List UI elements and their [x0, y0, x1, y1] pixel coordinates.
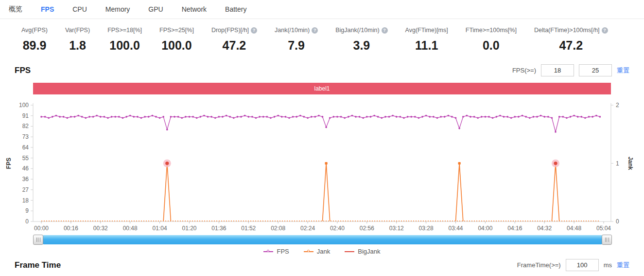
- svg-text:1: 1: [616, 160, 619, 167]
- svg-text:9: 9: [25, 207, 29, 214]
- stat-label: Avg(FPS): [21, 27, 48, 34]
- help-icon[interactable]: ?: [312, 27, 318, 34]
- svg-text:55: 55: [22, 155, 29, 162]
- frametime-unit: ms: [604, 261, 612, 269]
- svg-text:100: 100: [19, 102, 29, 109]
- stat: FTime>=100ms[%]0.0: [466, 27, 517, 53]
- legend-item-fps[interactable]: FPS: [263, 248, 289, 255]
- legend-item-jank[interactable]: Jank: [304, 248, 330, 255]
- frametime-filter: FrameTime(>=) ms 重置: [517, 259, 629, 271]
- fps-chart: 10091827364554636271890210FPSJank00:0000…: [0, 101, 644, 234]
- fps-section-title: FPS: [15, 66, 31, 75]
- stat: Delta(FTime)>100ms[/h]?47.2: [534, 27, 608, 53]
- chart-legend: FPSJankBigJank: [0, 248, 644, 255]
- fps-threshold2-input[interactable]: [579, 64, 612, 76]
- stat: Var(FPS)1.8: [65, 27, 90, 53]
- help-icon[interactable]: ?: [382, 27, 388, 34]
- svg-text:04:48: 04:48: [567, 225, 581, 232]
- stat-label: FPS>=25[%]: [159, 27, 194, 34]
- svg-text:36: 36: [22, 176, 29, 183]
- stat-label: Avg(FTime)[ms]: [405, 27, 448, 34]
- stats-row: Avg(FPS)89.9Var(FPS)1.8FPS>=18[%]100.0FP…: [0, 19, 644, 53]
- grip-icon: [36, 238, 40, 242]
- nav-tab-memory[interactable]: Memory: [105, 5, 130, 13]
- svg-text:03:44: 03:44: [449, 225, 463, 232]
- legend-marker-icon: [345, 251, 354, 252]
- svg-text:02:56: 02:56: [360, 225, 374, 232]
- svg-text:2: 2: [616, 102, 619, 109]
- stat-value: 89.9: [23, 38, 47, 53]
- svg-text:FPS: FPS: [5, 158, 12, 169]
- stat-label: FPS>=18[%]: [107, 27, 142, 34]
- legend-marker-icon: [263, 251, 273, 252]
- stat-value: 7.9: [288, 38, 305, 53]
- fps-reset-link[interactable]: 重置: [617, 66, 629, 75]
- nav-tab-network[interactable]: Network: [182, 5, 207, 13]
- svg-text:64: 64: [22, 144, 29, 151]
- svg-text:00:48: 00:48: [123, 225, 138, 232]
- svg-text:01:04: 01:04: [153, 225, 167, 232]
- scrollbar-right-handle[interactable]: [602, 235, 612, 245]
- svg-text:73: 73: [22, 133, 29, 140]
- frametime-threshold-input[interactable]: [566, 259, 599, 271]
- frametime-filter-label: FrameTime(>=): [517, 261, 561, 269]
- legend-ring-icon: [267, 250, 269, 252]
- grip-icon: [605, 238, 609, 242]
- stat-value: 1.8: [69, 38, 86, 53]
- svg-text:03:28: 03:28: [419, 225, 434, 232]
- svg-text:02:40: 02:40: [330, 225, 345, 232]
- svg-text:00:16: 00:16: [64, 225, 78, 232]
- help-icon[interactable]: ?: [602, 27, 608, 34]
- stat-value: 100.0: [109, 38, 140, 53]
- svg-text:91: 91: [22, 112, 29, 119]
- stat: Avg(FPS)89.9: [21, 27, 48, 53]
- svg-text:01:36: 01:36: [211, 225, 226, 232]
- svg-text:04:32: 04:32: [537, 225, 552, 232]
- stat: FPS>=25[%]100.0: [159, 27, 194, 53]
- scrollbar-left-handle[interactable]: [33, 235, 43, 245]
- frametime-reset-link[interactable]: 重置: [617, 261, 629, 270]
- fps-threshold1-input[interactable]: [541, 64, 574, 76]
- svg-text:05:04: 05:04: [596, 225, 611, 232]
- stat: Drop(FPS)[/h]?47.2: [211, 27, 257, 53]
- stat-value: 3.9: [353, 38, 370, 53]
- svg-text:27: 27: [22, 186, 29, 193]
- stat-value: 47.2: [223, 38, 246, 53]
- nav-tab-gpu[interactable]: GPU: [148, 5, 163, 13]
- legend-marker-icon: [304, 251, 313, 252]
- svg-text:00:32: 00:32: [93, 225, 108, 232]
- svg-text:Jank: Jank: [627, 157, 634, 170]
- legend-label: Jank: [317, 248, 330, 255]
- legend-ring-icon: [307, 250, 310, 252]
- svg-text:0: 0: [25, 218, 29, 225]
- stat: FPS>=18[%]100.0: [107, 27, 142, 53]
- stat: BigJank(/10min)?3.9: [335, 27, 387, 53]
- svg-text:04:00: 04:00: [478, 225, 492, 232]
- svg-text:03:12: 03:12: [389, 225, 404, 232]
- stat-label: Var(FPS): [65, 27, 90, 34]
- fps-chart-svg: 10091827364554636271890210FPSJank00:0000…: [0, 101, 644, 232]
- fps-filter: FPS(>=) 重置: [512, 64, 629, 76]
- stat-label: Delta(FTime)>100ms[/h]?: [534, 27, 608, 34]
- svg-text:00:00: 00:00: [34, 225, 49, 232]
- stat-label: Jank(/10min)?: [275, 27, 318, 34]
- scrollbar-track[interactable]: [43, 235, 602, 244]
- fps-section-header: FPS FPS(>=) 重置: [0, 64, 644, 76]
- frametime-section-title: Frame Time: [15, 260, 61, 270]
- nav-tab-fps[interactable]: FPS: [41, 5, 54, 13]
- nav-tab-概览[interactable]: 概览: [9, 5, 22, 14]
- svg-text:0: 0: [616, 218, 619, 225]
- label-banner-text: label1: [314, 85, 330, 92]
- nav-tab-battery[interactable]: Battery: [225, 5, 246, 13]
- stat-label: FTime>=100ms[%]: [466, 27, 517, 34]
- nav-tab-cpu[interactable]: CPU: [72, 5, 87, 13]
- svg-text:02:08: 02:08: [271, 225, 285, 232]
- stat: Jank(/10min)?7.9: [275, 27, 318, 53]
- label-banner: label1: [33, 83, 611, 94]
- legend-item-bigjank[interactable]: BigJank: [345, 248, 380, 255]
- stat-value: 11.1: [415, 38, 438, 53]
- svg-text:01:52: 01:52: [241, 225, 256, 232]
- help-icon[interactable]: ?: [251, 27, 257, 34]
- chart-zoom-scrollbar[interactable]: [33, 235, 612, 245]
- stat-label: BigJank(/10min)?: [335, 27, 387, 34]
